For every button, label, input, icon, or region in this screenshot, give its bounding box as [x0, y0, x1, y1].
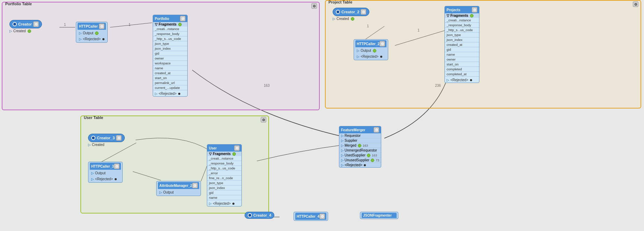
unusedsupplier-count: 73 — [376, 159, 379, 162]
attrmanager2-node: AttributeManager_2 ⚙ ▷ Output — [156, 181, 201, 196]
creator4-label: Creator_4 — [253, 213, 271, 217]
creator3-header[interactable]: Creator_3 ⚙ — [88, 134, 125, 142]
projects-rejected-row: ▷ <Rejected> — [445, 77, 479, 83]
httpcaller-node: HTTPCaller ⚙ ▷ Output ▷ <Rejected> — [76, 22, 108, 43]
creator4-header[interactable]: Creator_4 — [245, 212, 274, 219]
usedsupplier-port[interactable] — [367, 154, 370, 157]
project-group-settings[interactable]: ⚙ — [633, 1, 638, 7]
creator-settings[interactable]: ⚙ — [33, 21, 39, 27]
projects-table-header[interactable]: Projects ⚙ — [445, 6, 479, 13]
user-table-settings[interactable]: ⚙ — [234, 145, 240, 151]
featuremerger-unusedsupplier: ▷ UnusedSupplier 73 — [339, 158, 381, 163]
httpcaller2-rejected-row: ▷ <Rejected> — [355, 54, 386, 59]
httpcaller4-settings[interactable]: ⚙ — [319, 214, 325, 219]
portfolio-table-label: Portfolio — [155, 17, 169, 21]
portfolio-fragments-port[interactable] — [178, 23, 182, 26]
creator3-icon — [91, 136, 95, 140]
jsonfragmenter-header[interactable]: JSONFragmenter — [362, 213, 397, 218]
creator-output-row: ▷ Created — [9, 29, 42, 33]
portfolio-table-header[interactable]: Portfolio ⚙ — [153, 15, 187, 22]
projects-field-8: owner — [445, 57, 479, 62]
httpcaller2-output-port[interactable] — [373, 49, 376, 52]
creator3-output-label: Created — [92, 143, 104, 147]
user-field-2: _http_s...us_code — [207, 166, 241, 171]
creator2-header[interactable]: Creator_2 ⚙ — [333, 8, 369, 16]
portfolio-table-box: Portfolio ⚙ ▽ Fragments _creati...nstanc… — [153, 15, 188, 97]
user-table-node: User ⚙ ▽ Fragments _creati...nstance _re… — [207, 144, 242, 206]
httpcaller-settings[interactable]: ⚙ — [99, 23, 104, 29]
attrmanager2-output-row: ▷ Output — [158, 190, 199, 195]
httpcaller2-header[interactable]: HTTPCaller_2 ⚙ — [355, 40, 386, 47]
projects-field-10: completed — [445, 67, 479, 72]
httpcaller2-output-row: ▷ Output — [355, 48, 386, 53]
httpcaller3-settings[interactable]: ⚙ — [114, 163, 120, 169]
httpcaller-rejected-port — [102, 38, 104, 40]
projects-table-box: Projects ⚙ ▽ Fragments _creati...nstance… — [444, 6, 479, 83]
featuremerger-settings[interactable]: ⚙ — [374, 127, 379, 133]
creator-header[interactable]: Creator ⚙ — [9, 20, 42, 28]
creator3-settings[interactable]: ⚙ — [116, 135, 122, 141]
creator-icon — [13, 22, 17, 26]
user-rejected-row: ▷ <Rejected> — [207, 201, 241, 206]
portfolio-rejected-port — [178, 93, 180, 95]
unusedsupplier-port[interactable] — [371, 159, 374, 162]
portfolio-fragments-row: ▽ Fragments — [153, 22, 187, 27]
httpcaller4-node: HTTPCaller_4 ⚙ — [294, 212, 328, 221]
httpcaller-rejected-label: <Rejected> — [83, 37, 101, 41]
jsonfragmenter-label: JSONFragmenter — [363, 214, 392, 217]
user-field-7: gid — [207, 190, 241, 195]
portfolio-field-3: json_type — [153, 41, 187, 46]
portfolio-field-0: _creati...nstance — [153, 27, 187, 31]
creator3-label: Creator_3 — [97, 136, 115, 140]
merged-port[interactable] — [358, 144, 361, 147]
httpcaller3-label: HTTPCaller_3 — [91, 164, 114, 168]
user-field-3: _error — [207, 171, 241, 176]
projects-field-5: created_at — [445, 42, 479, 47]
httpcaller-box: HTTPCaller ⚙ ▷ Output ▷ <Rejected> — [76, 22, 108, 43]
projects-field-1: _response_body — [445, 23, 479, 28]
usedsupplier-count: 163 — [372, 154, 377, 157]
projects-field-4: json_index — [445, 37, 479, 42]
supplier-label: Supplier — [345, 139, 357, 142]
portfolio-table-settings[interactable]: ⚙ — [180, 16, 186, 21]
projects-fragments-port[interactable] — [470, 14, 473, 18]
projects-table-settings[interactable]: ⚙ — [472, 7, 477, 13]
httpcaller-output-port[interactable] — [95, 31, 99, 35]
attrmanager2-settings[interactable]: ⚙ — [192, 183, 198, 188]
creator-output-label: Created — [13, 29, 26, 33]
requestor-label: Requestor — [345, 134, 361, 138]
attrmanager2-header[interactable]: AttributeManager_2 ⚙ — [158, 182, 199, 189]
creator-output-port[interactable] — [28, 29, 31, 33]
portfolio-field-4: json_index — [153, 46, 187, 51]
merged-count: 163 — [363, 144, 368, 147]
featuremerger-header[interactable]: FeatureMerger ⚙ — [339, 126, 381, 133]
httpcaller3-header[interactable]: HTTPCaller_3 ⚙ — [90, 163, 121, 170]
featuremerger-usedsupplier: ▷ UsedSupplier 163 — [339, 153, 381, 158]
creator2-label: Creator_2 — [341, 10, 359, 14]
projects-field-9: start_on — [445, 62, 479, 67]
portfolio-rejected-label: <Rejected> — [159, 92, 176, 96]
user-table-header[interactable]: User ⚙ — [207, 145, 241, 152]
projects-rejected-label: <Rejected> — [450, 78, 468, 82]
httpcaller4-header[interactable]: HTTPCaller_4 ⚙ — [295, 213, 326, 220]
creator-node: Creator ⚙ ▷ Created — [9, 20, 42, 33]
httpcaller-header[interactable]: HTTPCaller ⚙ — [78, 23, 106, 30]
user-group-settings[interactable]: ⚙ — [261, 117, 266, 122]
creator2-settings[interactable]: ⚙ — [361, 9, 366, 15]
httpcaller3-output-row: ▷ Output — [90, 170, 121, 176]
creator2-output-port[interactable] — [351, 17, 354, 21]
attrmanager2-label: AttributeManager_2 — [159, 184, 192, 188]
featuremerger-merged: ▷ Merged 163 — [339, 143, 381, 148]
portfolio-group-settings[interactable]: ⚙ — [311, 3, 317, 9]
httpcaller2-settings[interactable]: ⚙ — [379, 41, 385, 47]
creator-label: Creator — [18, 22, 32, 26]
creator4-node: Creator_4 — [245, 212, 274, 219]
featuremerger-rejected-port — [364, 164, 366, 166]
portfolio-fragments-label: Fragments — [159, 22, 176, 26]
user-fragments-port[interactable] — [232, 152, 236, 156]
httpcaller2-box: HTTPCaller_2 ⚙ ▷ Output ▷ <Rejected> — [354, 39, 388, 60]
httpcaller2-node: HTTPCaller_2 ⚙ ▷ Output ▷ <Rejected> — [354, 39, 388, 60]
featuremerger-label: FeatureMerger — [341, 128, 365, 132]
portfolio-field-2: _http_s...us_code — [153, 36, 187, 41]
featuremerger-supplier: ▷ Supplier — [339, 138, 381, 143]
